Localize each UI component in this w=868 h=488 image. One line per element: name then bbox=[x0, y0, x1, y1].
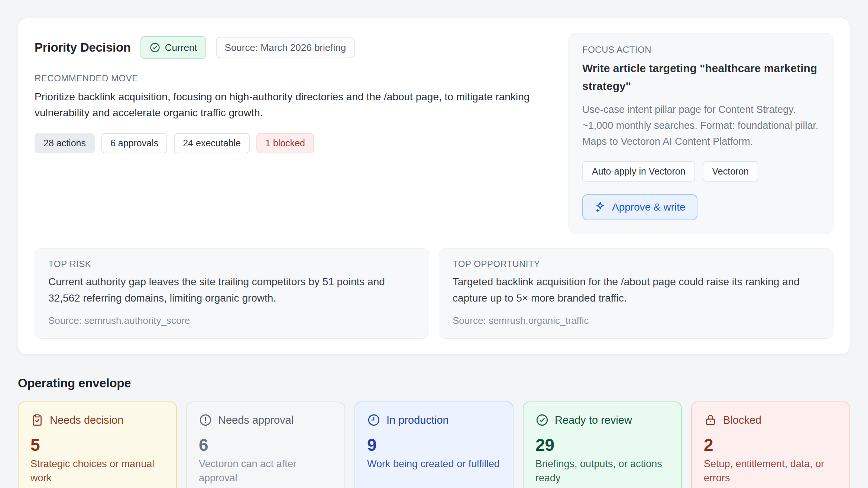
approvals-count-pill: 6 approvals bbox=[101, 133, 167, 153]
focus-action-title: Write article targeting "healthcare mark… bbox=[582, 59, 820, 95]
clipboard-check-icon bbox=[30, 413, 44, 427]
envelope-card-description: Setup, entitlement, data, or errors bbox=[704, 457, 838, 485]
operating-envelope-grid: Needs decision 5 Strategic choices or ma… bbox=[18, 401, 850, 488]
envelope-card-count: 2 bbox=[704, 436, 838, 453]
envelope-card-label: In production bbox=[386, 414, 449, 427]
vectoron-tag: Vectoron bbox=[703, 161, 759, 182]
recommended-move-label: RECOMMENDED MOVE bbox=[35, 74, 552, 83]
top-opportunity-label: TOP OPPORTUNITY bbox=[453, 260, 820, 269]
focus-action-description: Use-case intent pillar page for Content … bbox=[582, 102, 820, 150]
actions-count-pill: 28 actions bbox=[35, 133, 95, 153]
top-risk-source: Source: semrush.authority_score bbox=[48, 315, 415, 326]
envelope-card-ready-to-review[interactable]: Ready to review 29 Briefings, outputs, o… bbox=[523, 401, 682, 488]
blocked-count-pill: 1 blocked bbox=[256, 133, 314, 153]
operating-envelope-heading: Operating envelope bbox=[18, 376, 850, 390]
top-opportunity-text: Targeted backlink acquisition for the /a… bbox=[453, 274, 820, 307]
focus-action-tags: Auto-apply in Vectoron Vectoron bbox=[582, 161, 820, 182]
envelope-card-label: Needs decision bbox=[50, 414, 123, 427]
focus-action-card: FOCUS ACTION Write article targeting "he… bbox=[569, 33, 833, 234]
top-risk-label: TOP RISK bbox=[48, 260, 415, 269]
envelope-card-count: 9 bbox=[367, 436, 501, 453]
envelope-card-blocked[interactable]: Blocked 2 Setup, entitlement, data, or e… bbox=[691, 401, 850, 488]
envelope-card-in-production[interactable]: In production 9 Work being created or fu… bbox=[354, 401, 514, 488]
executable-count-pill: 24 executable bbox=[174, 133, 250, 153]
page-title: Priority Decision bbox=[35, 40, 131, 55]
envelope-card-description: Strategic choices or manual work bbox=[30, 457, 164, 485]
envelope-card-description: Briefings, outputs, or actions ready bbox=[535, 457, 669, 485]
top-risk-text: Current authority gap leaves the site tr… bbox=[48, 274, 415, 307]
envelope-card-count: 5 bbox=[30, 436, 164, 453]
insight-row: TOP RISK Current authority gap leaves th… bbox=[35, 248, 833, 339]
focus-action-label: FOCUS ACTION bbox=[582, 45, 820, 54]
alert-circle-icon bbox=[199, 413, 212, 427]
envelope-card-needs-decision[interactable]: Needs decision 5 Strategic choices or ma… bbox=[18, 401, 177, 488]
lock-icon bbox=[704, 413, 717, 427]
status-badge: Current bbox=[140, 36, 206, 59]
priority-left-column: Priority Decision Current Source: March … bbox=[35, 33, 552, 153]
priority-decision-card: Priority Decision Current Source: March … bbox=[18, 18, 850, 355]
envelope-card-count: 6 bbox=[199, 436, 333, 453]
priority-header: Priority Decision Current Source: March … bbox=[35, 36, 552, 59]
top-opportunity-card: TOP OPPORTUNITY Targeted backlink acquis… bbox=[439, 248, 833, 339]
dashboard-page: Priority Decision Current Source: March … bbox=[0, 0, 868, 488]
envelope-card-label: Ready to review bbox=[555, 414, 632, 427]
check-circle-icon bbox=[149, 42, 161, 53]
clock-icon bbox=[367, 413, 380, 427]
envelope-card-label: Needs approval bbox=[218, 414, 294, 427]
sparkles-icon bbox=[594, 201, 607, 214]
source-badge: Source: March 2026 briefing bbox=[216, 37, 355, 58]
status-badge-label: Current bbox=[165, 43, 197, 52]
envelope-card-needs-approval[interactable]: Needs approval 6 Vectoron can act after … bbox=[186, 401, 345, 488]
envelope-card-label: Blocked bbox=[723, 414, 761, 427]
recommended-move-text: Prioritize backlink acquisition, focusin… bbox=[35, 89, 552, 121]
approve-write-label: Approve & write bbox=[612, 202, 686, 212]
auto-apply-tag: Auto-apply in Vectoron bbox=[582, 161, 695, 182]
envelope-card-description: Work being created or fulfilled bbox=[367, 457, 501, 471]
envelope-card-description: Vectoron can act after approval bbox=[199, 457, 333, 485]
envelope-card-count: 29 bbox=[535, 436, 669, 453]
approve-write-button[interactable]: Approve & write bbox=[582, 194, 697, 220]
decision-stats-row: 28 actions 6 approvals 24 executable 1 b… bbox=[35, 133, 552, 153]
check-circle-icon bbox=[535, 413, 549, 427]
top-risk-card: TOP RISK Current authority gap leaves th… bbox=[35, 248, 429, 339]
top-opportunity-source: Source: semrush.organic_traffic bbox=[453, 315, 820, 326]
